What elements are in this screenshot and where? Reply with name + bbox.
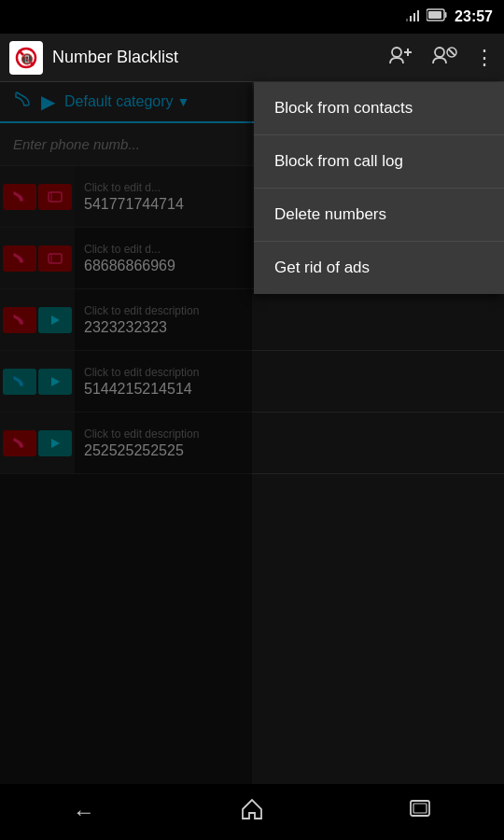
status-time: 23:57: [455, 8, 493, 25]
add-group-icon[interactable]: [388, 45, 414, 71]
svg-marker-2: [410, 16, 412, 21]
app-title: Number Blacklist: [52, 48, 379, 67]
svg-point-14: [435, 48, 444, 57]
menu-item-get-rid-ads[interactable]: Get rid of ads: [254, 242, 504, 294]
recent-button[interactable]: [390, 791, 450, 833]
menu-overlay: [0, 82, 252, 784]
header-actions: ⋮: [388, 45, 495, 71]
more-options-icon[interactable]: ⋮: [474, 46, 495, 70]
dropdown-menu: Block from contacts Block from call log …: [254, 82, 504, 294]
signal-icon: [404, 8, 419, 26]
svg-point-11: [392, 48, 401, 57]
battery-icon: [427, 8, 447, 25]
menu-item-block-call-log[interactable]: Block from call log: [254, 135, 504, 189]
back-button[interactable]: ←: [54, 791, 114, 833]
home-button[interactable]: [221, 790, 283, 834]
svg-rect-5: [428, 11, 441, 19]
menu-item-delete-numbers[interactable]: Delete numbers: [254, 189, 504, 242]
bottom-nav: ←: [0, 784, 504, 840]
svg-marker-0: [417, 10, 419, 21]
app-header: 📵 Number Blacklist ⋮: [0, 34, 504, 82]
svg-line-16: [449, 49, 455, 55]
block-contact-icon[interactable]: [431, 45, 457, 71]
menu-item-block-contacts[interactable]: Block from contacts: [254, 82, 504, 135]
status-bar: 23:57: [0, 0, 504, 34]
svg-marker-3: [406, 19, 408, 21]
svg-rect-6: [445, 12, 447, 18]
app-icon: 📵: [9, 41, 43, 75]
svg-text:📵: 📵: [21, 52, 34, 65]
svg-marker-1: [413, 13, 415, 21]
svg-rect-25: [413, 804, 427, 813]
